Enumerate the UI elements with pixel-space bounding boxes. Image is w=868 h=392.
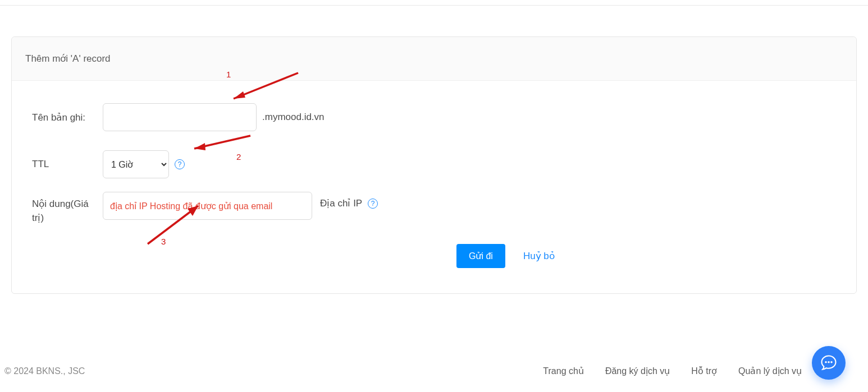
record-name-input[interactable]: [103, 103, 257, 131]
help-icon[interactable]: ?: [368, 199, 378, 209]
page-container: Thêm mới 'A' record 1 2 3 Tên bản ghi:: [0, 6, 868, 294]
ttl-select[interactable]: 1 Giờ: [103, 150, 169, 178]
card-title: Thêm mới 'A' record: [12, 37, 856, 81]
record-name-label: Tên bản ghi:: [32, 112, 103, 123]
annotation-number-3: 3: [161, 237, 166, 246]
domain-suffix: .mymood.id.vn: [262, 112, 325, 123]
svg-point-8: [830, 361, 833, 363]
annotation-number-1: 1: [226, 70, 231, 79]
row-content: Nội dung(Giá trị) Địa chỉ IP ?: [32, 197, 836, 225]
footer-link-manage[interactable]: Quản lý dịch vụ: [738, 366, 802, 376]
content-input[interactable]: [103, 192, 312, 220]
row-name: Tên bản ghi: .mymood.id.vn: [32, 103, 836, 131]
row-ttl: TTL 1 Giờ ?: [32, 150, 836, 178]
cancel-button[interactable]: Huỷ bỏ: [523, 250, 555, 262]
card-body: 1 2 3 Tên bản ghi: .mymood.id.vn: [12, 81, 856, 293]
svg-marker-1: [234, 91, 245, 99]
annotation-number-2: 2: [236, 152, 241, 162]
footer-link-home[interactable]: Trang chủ: [543, 366, 584, 376]
ip-address-label: Địa chỉ IP: [320, 197, 362, 209]
add-record-card: Thêm mới 'A' record 1 2 3 Tên bản ghi:: [11, 36, 857, 294]
footer-link-support[interactable]: Hỗ trợ: [691, 366, 717, 376]
submit-button[interactable]: Gửi đi: [456, 244, 505, 268]
svg-marker-3: [194, 143, 205, 150]
content-label: Nội dung(Giá trị): [32, 197, 103, 225]
chat-icon: [820, 354, 837, 371]
svg-point-7: [828, 361, 830, 363]
svg-line-2: [194, 136, 250, 149]
svg-point-6: [825, 361, 827, 363]
footer-copyright: © 2024 BKNS., JSC: [4, 366, 85, 376]
footer: © 2024 BKNS., JSC Trang chủ Đăng ký dịch…: [4, 366, 864, 376]
footer-link-register[interactable]: Đăng ký dịch vụ: [605, 366, 670, 376]
help-icon[interactable]: ?: [175, 159, 185, 169]
form-actions: Gửi đi Huỷ bỏ: [456, 244, 836, 268]
top-divider: [0, 0, 868, 6]
ttl-label: TTL: [32, 159, 103, 170]
chat-bubble-button[interactable]: [812, 346, 846, 380]
